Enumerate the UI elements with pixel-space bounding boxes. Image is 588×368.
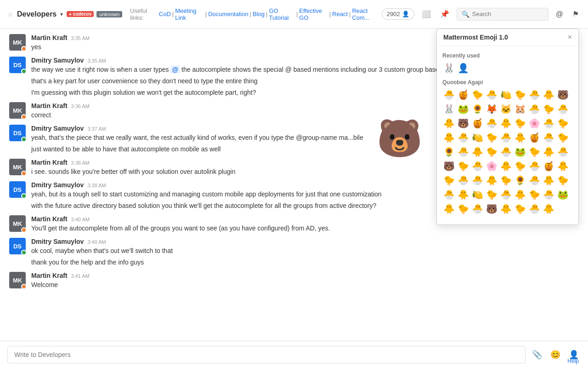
- emoji-cell[interactable]: 🐥: [514, 131, 526, 144]
- emoji-cell[interactable]: 🐥: [471, 145, 484, 158]
- emoji-cell[interactable]: 🌸: [485, 160, 498, 172]
- emoji-cell[interactable]: 🐣: [485, 88, 498, 101]
- search-input[interactable]: [472, 11, 543, 17]
- emoji-cell[interactable]: 🐤: [542, 103, 555, 115]
- emoji-cell[interactable]: 🐻: [485, 202, 498, 215]
- emoji-cell[interactable]: 🐥: [542, 202, 555, 215]
- emoji-cell[interactable]: 🐥: [442, 131, 455, 144]
- emoji-cell[interactable]: 🐣: [471, 202, 484, 215]
- emoji-cell[interactable]: 🐣: [442, 188, 455, 201]
- link-blog[interactable]: Blog: [253, 11, 265, 17]
- link-react[interactable]: React: [332, 11, 348, 17]
- emoji-cell[interactable]: 🐣: [485, 117, 498, 130]
- emoji-cell[interactable]: 🍋: [471, 188, 484, 201]
- emoji-cell[interactable]: 🌻: [514, 174, 526, 187]
- emoji-cell[interactable]: 🐱: [499, 103, 512, 115]
- emoji-cell[interactable]: 🐻: [457, 117, 469, 130]
- emoji-button[interactable]: 😊: [548, 348, 562, 362]
- emoji-cell[interactable]: 🐣: [556, 103, 569, 115]
- emoji-cell[interactable]: 🌻: [471, 103, 484, 115]
- emoji-cell[interactable]: 🦊: [485, 103, 498, 115]
- emoji-cell[interactable]: 🐤: [556, 131, 569, 144]
- emoji-cell[interactable]: 🐣: [528, 174, 541, 187]
- member-count[interactable]: 2902 👤: [382, 8, 414, 20]
- emoji-cell[interactable]: 🍯: [528, 131, 541, 144]
- emoji-cell[interactable]: 🐣: [528, 88, 541, 101]
- emoji-cell[interactable]: 🐤: [556, 117, 569, 130]
- emoji-cell[interactable]: 🐥: [514, 188, 526, 201]
- emoji-cell[interactable]: 🐤: [528, 145, 541, 158]
- emoji-cell[interactable]: 🐣: [457, 174, 469, 187]
- flag-button[interactable]: ⚑: [571, 8, 581, 20]
- emoji-cell[interactable]: 🐤: [556, 174, 569, 187]
- emoji-cell[interactable]: 🐻: [556, 88, 569, 101]
- channel-name[interactable]: Developers: [17, 10, 57, 18]
- emoji-cell[interactable]: 🐣: [556, 145, 569, 158]
- emoji-cell[interactable]: 🍋: [499, 88, 512, 101]
- emoji-cell[interactable]: 🐣: [542, 131, 555, 144]
- emoji-cell[interactable]: 🐣: [457, 145, 469, 158]
- link-reactcom[interactable]: React Com...: [352, 7, 381, 21]
- emoji-cell[interactable]: 🐥: [442, 117, 455, 130]
- emoji-cell[interactable]: 🐣: [528, 103, 541, 115]
- pin-button[interactable]: 📌: [438, 8, 451, 20]
- emoji-cell[interactable]: 🐥: [542, 174, 555, 187]
- emoji-cell[interactable]: 🍯: [457, 88, 469, 101]
- emoji-cell[interactable]: 🐣: [499, 188, 512, 201]
- emoji-cell[interactable]: 🐥: [457, 188, 469, 201]
- chevron-down-icon[interactable]: ▾: [60, 11, 63, 17]
- emoji-cell[interactable]: 🐤: [528, 188, 541, 201]
- emoji-cell[interactable]: 🐣: [528, 160, 541, 172]
- emoji-cell[interactable]: 🐰: [442, 62, 455, 75]
- emoji-cell[interactable]: 🌻: [442, 145, 455, 158]
- emoji-cell[interactable]: 🐣: [471, 160, 484, 172]
- emoji-cell[interactable]: 🐤: [485, 145, 498, 158]
- emoji-cell[interactable]: 🐥: [542, 145, 555, 158]
- emoji-cell[interactable]: 🐣: [499, 131, 512, 144]
- emoji-cell[interactable]: 🐤: [485, 131, 498, 144]
- emoji-cell[interactable]: 🐹: [514, 103, 526, 115]
- emoji-cell[interactable]: 🐰: [442, 103, 455, 115]
- emoji-cell[interactable]: 🐤: [499, 174, 512, 187]
- link-meeting[interactable]: Meeting Link: [175, 7, 204, 21]
- emoji-cell[interactable]: 🐥: [556, 160, 569, 172]
- emoji-cell[interactable]: 🐤: [457, 202, 469, 215]
- attachment-button[interactable]: 📎: [530, 348, 544, 362]
- emoji-cell[interactable]: 🐸: [514, 145, 526, 158]
- emoji-cell[interactable]: 🐥: [485, 174, 498, 187]
- emoji-cell[interactable]: 🐣: [542, 188, 555, 201]
- emoji-cell[interactable]: 🐤: [514, 88, 526, 101]
- star-icon[interactable]: ☆: [7, 11, 13, 18]
- emoji-cell[interactable]: 🐣: [457, 131, 469, 144]
- emoji-cell[interactable]: 🐤: [457, 160, 469, 172]
- at-button[interactable]: @: [554, 8, 565, 20]
- emoji-cell[interactable]: 🐤: [442, 174, 455, 187]
- emoji-cell[interactable]: 🍋: [471, 131, 484, 144]
- link-cod[interactable]: CoD: [159, 11, 171, 17]
- emoji-cell[interactable]: 🐥: [499, 202, 512, 215]
- emoji-cell[interactable]: 👤: [457, 62, 469, 75]
- emoji-cell[interactable]: 🐣: [528, 202, 541, 215]
- emoji-cell[interactable]: 🐤: [514, 117, 526, 130]
- emoji-cell[interactable]: 🐥: [542, 88, 555, 101]
- link-gotutorial[interactable]: GO Tutorial: [269, 7, 294, 21]
- emoji-cell[interactable]: 🐣: [499, 145, 512, 158]
- emoji-cell[interactable]: 🐤: [514, 160, 526, 172]
- emoji-cell[interactable]: 🐣: [471, 174, 484, 187]
- link-effectivego[interactable]: Effective GO: [299, 7, 328, 21]
- emoji-cell[interactable]: 🌸: [528, 117, 541, 130]
- emoji-cell[interactable]: 🐥: [442, 202, 455, 215]
- emoji-cell[interactable]: 🐸: [457, 103, 469, 115]
- emoji-cell[interactable]: 🐣: [442, 88, 455, 101]
- message-input[interactable]: [7, 346, 526, 363]
- emoji-cell[interactable]: 🐤: [471, 88, 484, 101]
- emoji-cell[interactable]: 🐤: [514, 202, 526, 215]
- emoji-cell[interactable]: 🐤: [485, 188, 498, 201]
- emoji-cell[interactable]: 🐥: [499, 117, 512, 130]
- emoji-cell[interactable]: 🐻: [442, 160, 455, 172]
- emoji-picker-close-button[interactable]: ×: [568, 34, 572, 41]
- link-docs[interactable]: Documentation: [208, 11, 248, 17]
- help-link[interactable]: Help: [567, 358, 579, 364]
- emoji-cell[interactable]: 🐸: [556, 188, 569, 201]
- screen-share-button[interactable]: ⬜: [420, 8, 433, 20]
